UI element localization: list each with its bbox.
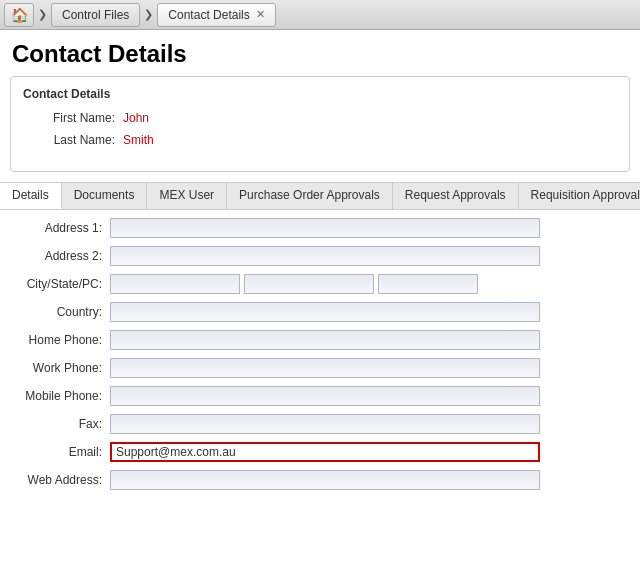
tab-mex-user[interactable]: MEX User bbox=[147, 183, 227, 209]
address2-label: Address 2: bbox=[0, 249, 110, 263]
home-phone-input[interactable] bbox=[110, 330, 540, 350]
last-name-row: Last Name: Smith bbox=[23, 133, 617, 147]
web-address-row: Web Address: bbox=[0, 468, 640, 492]
email-label: Email: bbox=[0, 445, 110, 459]
city-input[interactable] bbox=[110, 274, 240, 294]
tab-purchase-order-approvals[interactable]: Purchase Order Approvals bbox=[227, 183, 393, 209]
first-name-value: John bbox=[123, 111, 149, 125]
email-input[interactable] bbox=[110, 442, 540, 462]
mobile-phone-row: Mobile Phone: bbox=[0, 384, 640, 408]
fax-input[interactable] bbox=[110, 414, 540, 434]
state-input[interactable] bbox=[244, 274, 374, 294]
details-content: Address 1: Address 2: City/State/PC: Cou… bbox=[0, 210, 640, 502]
mobile-phone-input[interactable] bbox=[110, 386, 540, 406]
first-name-label: First Name: bbox=[23, 111, 123, 125]
nav-tab-label-active: Contact Details bbox=[168, 8, 249, 22]
fax-row: Fax: bbox=[0, 412, 640, 436]
tab-details[interactable]: Details bbox=[0, 183, 62, 209]
city-row: City/State/PC: bbox=[0, 272, 640, 296]
city-group bbox=[110, 274, 478, 294]
mobile-phone-label: Mobile Phone: bbox=[0, 389, 110, 403]
last-name-label: Last Name: bbox=[23, 133, 123, 147]
first-name-row: First Name: John bbox=[23, 111, 617, 125]
address1-label: Address 1: bbox=[0, 221, 110, 235]
tab-documents[interactable]: Documents bbox=[62, 183, 148, 209]
work-phone-row: Work Phone: bbox=[0, 356, 640, 380]
country-input[interactable] bbox=[110, 302, 540, 322]
address2-row: Address 2: bbox=[0, 244, 640, 268]
home-phone-row: Home Phone: bbox=[0, 328, 640, 352]
fax-label: Fax: bbox=[0, 417, 110, 431]
close-icon[interactable]: ✕ bbox=[256, 8, 265, 21]
contact-box-title: Contact Details bbox=[23, 87, 617, 101]
home-icon: 🏠 bbox=[11, 7, 28, 23]
work-phone-input[interactable] bbox=[110, 358, 540, 378]
city-label: City/State/PC: bbox=[0, 277, 110, 291]
home-phone-label: Home Phone: bbox=[0, 333, 110, 347]
web-address-input[interactable] bbox=[110, 470, 540, 490]
country-row: Country: bbox=[0, 300, 640, 324]
nav-tab-contact-details[interactable]: Contact Details ✕ bbox=[157, 3, 275, 27]
section-tabs: Details Documents MEX User Purchase Orde… bbox=[0, 182, 640, 210]
nav-tab-label: Control Files bbox=[62, 8, 129, 22]
contact-details-box: Contact Details First Name: John Last Na… bbox=[10, 76, 630, 172]
top-navigation: 🏠 ❯ Control Files ❯ Contact Details ✕ bbox=[0, 0, 640, 30]
postcode-input[interactable] bbox=[378, 274, 478, 294]
nav-arrow-1: ❯ bbox=[36, 8, 49, 21]
page-title: Contact Details bbox=[0, 30, 640, 76]
address2-input[interactable] bbox=[110, 246, 540, 266]
address1-row: Address 1: bbox=[0, 216, 640, 240]
tab-requisition-approvals[interactable]: Requisition Approvals bbox=[519, 183, 640, 209]
email-row: Email: bbox=[0, 440, 640, 464]
nav-tab-control-files[interactable]: Control Files bbox=[51, 3, 140, 27]
tab-request-approvals[interactable]: Request Approvals bbox=[393, 183, 519, 209]
web-address-label: Web Address: bbox=[0, 473, 110, 487]
work-phone-label: Work Phone: bbox=[0, 361, 110, 375]
last-name-value: Smith bbox=[123, 133, 154, 147]
home-button[interactable]: 🏠 bbox=[4, 3, 34, 27]
country-label: Country: bbox=[0, 305, 110, 319]
nav-arrow-2: ❯ bbox=[142, 8, 155, 21]
address1-input[interactable] bbox=[110, 218, 540, 238]
